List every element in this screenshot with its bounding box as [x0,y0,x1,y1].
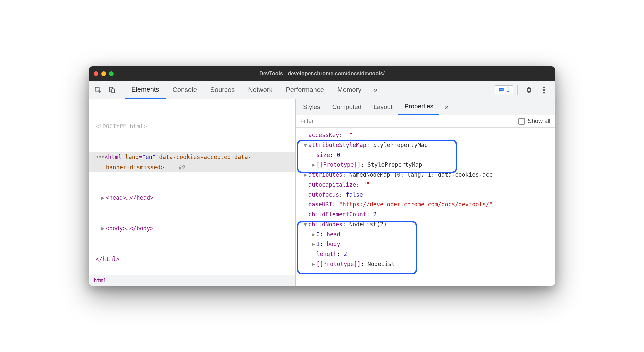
tab-elements[interactable]: Elements [125,81,166,99]
device-toggle-icon[interactable] [105,83,119,97]
settings-icon[interactable] [522,83,536,97]
subtab-layout[interactable]: Layout [367,99,398,115]
subtab-properties[interactable]: Properties [398,99,439,115]
panels-container: <!DOCTYPE html> •••<html lang="en" data-… [89,99,555,286]
devtools-window: DevTools - developer.chrome.com/docs/dev… [89,66,555,286]
message-icon [498,87,504,93]
prop-childelementcount[interactable]: childElementCount: 2 [299,210,555,220]
main-toolbar: Elements Console Sources Network Perform… [89,81,555,99]
prop-autocapitalize[interactable]: autocapitalize: "" [299,180,555,190]
minimize-button[interactable] [101,71,106,76]
svg-point-5 [543,86,545,88]
dom-html-close[interactable]: </html> [89,254,295,264]
prop-childnodes-0[interactable]: ▶0: head [299,230,555,240]
subtab-styles[interactable]: Styles [297,99,326,115]
prop-prototype-1[interactable]: ▶[[Prototype]]: StylePropertyMap [299,160,555,170]
svg-rect-3 [500,89,503,90]
titlebar: DevTools - developer.chrome.com/docs/dev… [89,66,555,81]
svg-rect-4 [500,90,502,90]
dom-body[interactable]: ▶<body>…</body> [89,223,295,234]
dom-tree[interactable]: <!DOCTYPE html> •••<html lang="en" data-… [89,99,295,275]
traffic-lights [94,71,114,76]
show-all-toggle[interactable]: Show all [518,118,550,125]
tab-network[interactable]: Network [241,81,279,99]
divider [122,85,122,95]
breadcrumb-html[interactable]: html [89,275,295,286]
filter-input[interactable] [300,118,518,125]
svg-rect-2 [112,89,114,93]
svg-point-7 [543,92,545,93]
prop-autofocus[interactable]: autofocus: false [299,190,555,200]
tab-console[interactable]: Console [166,81,203,99]
prop-length[interactable]: length: 2 [299,249,555,259]
svg-point-6 [543,89,545,91]
checkbox-icon[interactable] [518,118,525,125]
dom-head[interactable]: ▶<head>…</head> [89,193,295,203]
subtab-computed[interactable]: Computed [326,99,368,115]
window-title: DevTools - developer.chrome.com/docs/dev… [259,71,385,77]
properties-list[interactable]: accessKey: "" ▼attributeStyleMap: StyleP… [296,128,555,286]
filter-row: Show all [296,115,555,128]
main-tabs: Elements Console Sources Network Perform… [125,81,383,99]
prop-accesskey[interactable]: accessKey: "" [299,130,555,140]
sidebar-tabs: Styles Computed Layout Properties » [296,99,555,115]
prop-attributestylemap[interactable]: ▼attributeStyleMap: StylePropertyMap [299,140,555,150]
show-all-label: Show all [528,118,550,125]
kebab-menu-icon[interactable] [537,83,551,97]
inspect-element-icon[interactable] [91,83,105,97]
more-subtabs-icon[interactable]: » [439,103,454,111]
prop-attributes[interactable]: ▶attributes: NamedNodeMap {0: lang, 1: d… [299,170,555,180]
divider [517,85,518,95]
more-tabs-icon[interactable]: » [368,86,383,94]
prop-childnodes[interactable]: ▼childNodes: NodeList(2) [299,220,555,230]
prop-baseuri[interactable]: baseURI: "https://developer.chrome.com/d… [299,200,555,210]
tab-sources[interactable]: Sources [204,81,241,99]
prop-childnodes-1[interactable]: ▶1: body [299,239,555,249]
prop-size[interactable]: size: 0 [299,150,555,160]
zoom-button[interactable] [109,71,114,76]
dom-doctype[interactable]: <!DOCTYPE html> [89,121,295,132]
issues-badge[interactable]: 1 [495,85,513,94]
dom-tree-pane: <!DOCTYPE html> •••<html lang="en" data-… [89,99,296,286]
prop-prototype-2[interactable]: ▶[[Prototype]]: NodeList [299,259,555,269]
dom-html-open[interactable]: •••<html lang="en" data-cookies-accepted… [89,152,295,172]
sidebar-pane: Styles Computed Layout Properties » Show… [296,99,555,286]
close-button[interactable] [94,71,98,76]
tab-performance[interactable]: Performance [279,81,331,99]
issue-count: 1 [506,86,510,93]
tab-memory[interactable]: Memory [331,81,368,99]
